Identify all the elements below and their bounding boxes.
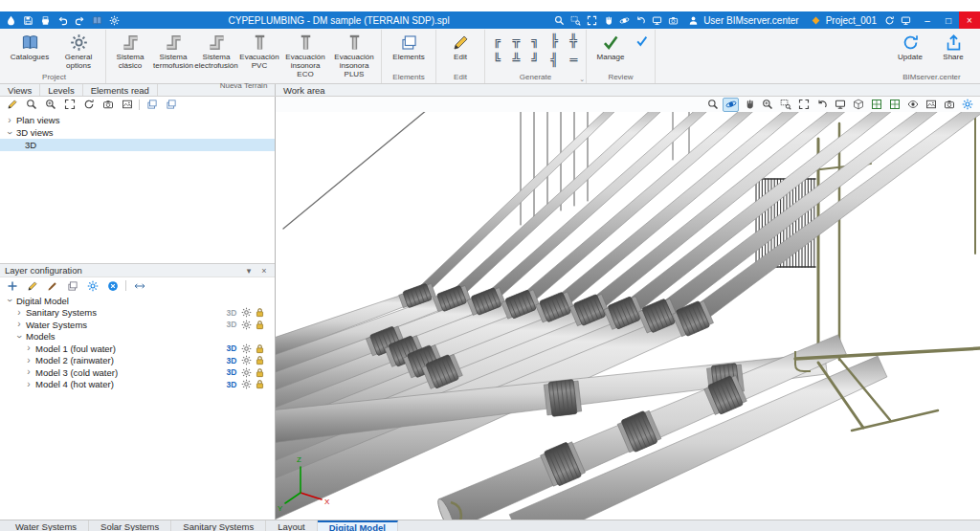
close-button[interactable]: × <box>959 11 980 29</box>
close-panel-icon[interactable]: × <box>258 266 270 276</box>
tree-item-3d-views[interactable]: › 3D views <box>0 126 275 139</box>
gear-icon[interactable] <box>241 307 252 318</box>
pan-icon[interactable] <box>741 98 757 112</box>
layer-item-water-systems[interactable]: › Water Systems 3D <box>0 319 275 331</box>
previous-view-icon[interactable] <box>813 98 830 112</box>
generate-pipe-icon[interactable]: ╣ <box>546 51 564 69</box>
update-button[interactable]: Update <box>889 30 931 62</box>
tab-layout[interactable]: Layout <box>266 520 318 531</box>
gear-icon[interactable] <box>241 355 252 365</box>
redo-icon[interactable] <box>73 13 87 28</box>
generate-pipe-icon[interactable]: ╠ <box>546 32 564 50</box>
chevron-down-icon[interactable]: › <box>14 333 24 341</box>
zoom-extents-icon[interactable] <box>585 13 599 28</box>
sistema-electrofusion-button[interactable]: Sistema electrofusión <box>195 30 237 71</box>
perspective-icon[interactable] <box>850 98 866 112</box>
3d-badge[interactable]: 3D <box>225 356 238 365</box>
grid-plane-icon[interactable] <box>868 98 884 112</box>
evacuacion-eco-button[interactable]: Evacuación insonora ECO <box>281 30 329 80</box>
pan-icon[interactable] <box>601 13 615 28</box>
search-icon[interactable] <box>704 98 721 112</box>
sistema-termofusion-button[interactable]: Sistema termofusión <box>152 30 194 71</box>
tab-digital-model[interactable]: Digital Model <box>318 520 398 531</box>
layers-copy-icon[interactable] <box>164 98 178 111</box>
snapshot-icon[interactable] <box>923 98 939 112</box>
edit-button[interactable]: Edit <box>439 30 481 62</box>
generate-pipe-icon[interactable]: ╚ <box>488 51 506 69</box>
tab-levels[interactable]: Levels <box>40 84 82 96</box>
zoom-window-icon[interactable] <box>568 13 583 28</box>
library-icon[interactable] <box>90 13 104 28</box>
zoom-extents-icon[interactable] <box>62 98 77 111</box>
layers-icon[interactable] <box>145 98 159 111</box>
chevron-right-icon[interactable]: › <box>25 356 33 365</box>
3d-badge[interactable]: 3D <box>225 343 238 353</box>
zoom-in-icon[interactable] <box>759 98 775 112</box>
layer-item-model3[interactable]: › Model 3 (cold water) 3D <box>0 366 275 379</box>
zoom-window-icon[interactable] <box>777 98 793 112</box>
disable-layer-icon[interactable] <box>105 279 120 293</box>
tree-item-plan-views[interactable]: › Plan views <box>0 114 275 126</box>
generate-pipe-icon[interactable]: ═ <box>565 51 583 69</box>
sistema-clasico-button[interactable]: Sistema clásico <box>109 30 151 71</box>
refresh-icon[interactable] <box>81 98 96 111</box>
layer-item-model4[interactable]: › Model 4 (hot water) 3D <box>0 379 275 391</box>
copy-layer-icon[interactable] <box>65 279 79 293</box>
minimize-button[interactable]: – <box>917 11 938 29</box>
camera-icon[interactable] <box>941 98 957 112</box>
search-icon[interactable] <box>24 98 38 111</box>
3d-viewport[interactable]: ZXY <box>276 112 980 520</box>
screens-icon[interactable] <box>650 13 664 28</box>
camera-icon[interactable] <box>666 13 680 28</box>
gear-icon[interactable] <box>241 379 252 389</box>
generate-pipe-icon[interactable]: ╗ <box>526 32 545 50</box>
3d-badge[interactable]: 3D <box>225 367 238 377</box>
generate-pipe-icon[interactable]: ╬ <box>565 32 583 50</box>
chevron-right-icon[interactable]: › <box>25 380 33 389</box>
gear-icon[interactable] <box>241 343 252 354</box>
chevron-right-icon[interactable]: › <box>15 308 23 318</box>
layer-item-model2[interactable]: › Model 2 (rainwater) 3D <box>0 355 275 367</box>
print-icon[interactable] <box>38 13 53 28</box>
layer-item-digital-model[interactable]: › Digital Model <box>0 295 275 307</box>
orbit-icon[interactable] <box>617 13 632 28</box>
grid-plane2-icon[interactable] <box>886 98 902 112</box>
3d-badge[interactable]: 3D <box>225 308 238 318</box>
chevron-down-icon[interactable]: › <box>5 297 14 304</box>
lock-icon[interactable] <box>255 355 265 365</box>
monitor-icon[interactable] <box>832 98 848 112</box>
previous-view-icon[interactable] <box>634 13 648 28</box>
tab-solar-systems[interactable]: Solar Systems <box>89 520 171 531</box>
share-button[interactable]: Share <box>932 30 974 62</box>
3d-badge[interactable]: 3D <box>225 380 238 389</box>
orbit-icon[interactable] <box>723 98 739 112</box>
zoom-extents-icon[interactable] <box>795 98 812 112</box>
generate-pipe-icon[interactable]: ╩ <box>507 51 525 69</box>
visibility-eye-icon[interactable] <box>904 98 921 112</box>
transfer-arrows-icon[interactable] <box>132 279 146 293</box>
lock-icon[interactable] <box>255 379 265 389</box>
search-icon[interactable] <box>552 13 567 28</box>
camera-icon[interactable] <box>100 98 115 111</box>
layer-item-sanitary-systems[interactable]: › Sanitary Systems 3D <box>0 307 275 320</box>
3d-badge[interactable]: 3D <box>225 320 238 329</box>
layer-item-model1[interactable]: › Model 1 (foul water) 3D <box>0 343 275 355</box>
monitor-icon[interactable] <box>899 13 913 28</box>
project-chip[interactable]: Project_001 <box>805 13 880 28</box>
tab-sanitary-systems[interactable]: Sanitary Systems <box>171 520 266 531</box>
paint-layer-icon[interactable] <box>45 279 59 293</box>
generate-pipe-icon[interactable]: ╝ <box>526 51 545 69</box>
generate-pipe-icon[interactable]: ╦ <box>507 32 525 50</box>
review-check-icon[interactable] <box>633 32 652 51</box>
dialog-launcher-icon[interactable]: ⌄ <box>579 76 585 83</box>
edit-layer-icon[interactable] <box>25 279 39 293</box>
catalogues-button[interactable]: Catalogues <box>6 30 54 62</box>
undo-icon[interactable] <box>56 13 70 28</box>
save-icon[interactable] <box>21 13 35 28</box>
layer-item-models[interactable]: › Models <box>0 331 275 343</box>
tab-water-systems[interactable]: Water Systems <box>4 520 89 531</box>
sync-icon[interactable] <box>882 13 897 28</box>
manage-button[interactable]: Manage <box>590 30 632 62</box>
collapse-panel-icon[interactable]: ▾ <box>243 266 255 276</box>
image-icon[interactable] <box>120 98 134 111</box>
